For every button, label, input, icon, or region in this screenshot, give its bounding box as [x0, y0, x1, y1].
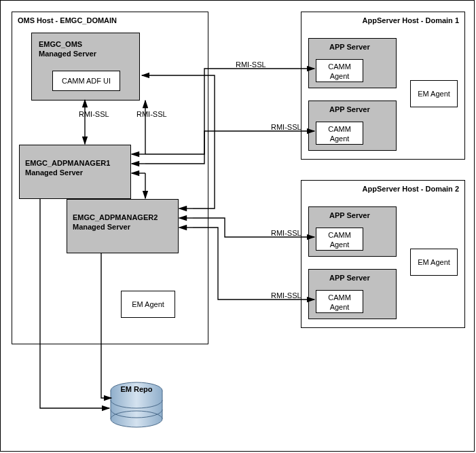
- d1-camm1: CAMM Agent: [316, 59, 363, 82]
- emgc-adp2-title: EMGC_ADPMANAGER2: [73, 213, 158, 221]
- d1-camm2-l1: CAMM: [328, 125, 351, 133]
- diagram-root: OMS Host - EMGC_DOMAIN EMGC_OMS Managed …: [0, 0, 475, 452]
- emgc-adp1-title: EMGC_ADPMANAGER1: [25, 159, 110, 167]
- d2-appserver1-title: APP Server: [329, 211, 370, 219]
- rmi-ssl-1: RMI-SSL: [79, 110, 109, 118]
- rmi-ssl-6: RMI-SSL: [271, 291, 301, 300]
- domain1-title: AppServer Host - Domain 1: [363, 16, 459, 24]
- camm-adf-ui-box: CAMM ADF UI: [52, 71, 120, 91]
- d2-camm1-l2: Agent: [330, 240, 350, 249]
- d1-appserver1: APP Server CAMM Agent: [308, 38, 397, 88]
- emgc-oms-box: EMGC_OMS Managed Server CAMM ADF UI: [31, 33, 140, 101]
- emgc-adp1-box: EMGC_ADPMANAGER1 Managed Server: [19, 145, 131, 199]
- d1-appserver1-title: APP Server: [329, 43, 370, 51]
- d2-appserver1: APP Server CAMM Agent: [308, 206, 397, 257]
- d2-appserver2-title: APP Server: [329, 274, 370, 282]
- em-repo: EM Repo: [109, 381, 164, 429]
- d2-camm2: CAMM Agent: [316, 290, 363, 313]
- d1-appserver2: APP Server CAMM Agent: [308, 101, 397, 151]
- domain1-panel: AppServer Host - Domain 1 APP Server CAM…: [301, 12, 465, 160]
- emgc-oms-title: EMGC_OMS: [39, 40, 82, 48]
- domain2-title: AppServer Host - Domain 2: [363, 185, 459, 193]
- em-repo-label: EM Repo: [109, 385, 164, 393]
- d2-appserver2: APP Server CAMM Agent: [308, 269, 397, 319]
- emgc-adp2-subtitle: Managed Server: [73, 223, 130, 231]
- d1-em-agent-label: EM Agent: [418, 90, 450, 98]
- rmi-ssl-2: RMI-SSL: [136, 110, 167, 118]
- d2-camm1: CAMM Agent: [316, 228, 363, 251]
- d1-appserver2-title: APP Server: [329, 105, 370, 113]
- d2-em-agent: EM Agent: [410, 249, 458, 276]
- d2-em-agent-label: EM Agent: [418, 258, 450, 266]
- d2-camm2-l2: Agent: [330, 303, 350, 311]
- rmi-ssl-5: RMI-SSL: [271, 229, 301, 237]
- d2-camm1-l1: CAMM: [328, 231, 351, 239]
- rmi-ssl-3: RMI-SSL: [236, 60, 266, 69]
- domain2-panel: AppServer Host - Domain 2 APP Server CAM…: [301, 180, 465, 328]
- camm-adf-ui-label: CAMM ADF UI: [62, 77, 111, 85]
- oms-host-panel: OMS Host - EMGC_DOMAIN EMGC_OMS Managed …: [12, 12, 208, 344]
- d1-camm2-l2: Agent: [330, 134, 350, 143]
- svg-point-4: [111, 411, 162, 427]
- d1-camm1-l2: Agent: [330, 72, 350, 80]
- oms-em-agent-label: EM Agent: [132, 300, 164, 308]
- d2-camm2-l1: CAMM: [328, 293, 351, 302]
- oms-em-agent-box: EM Agent: [121, 291, 175, 318]
- emgc-oms-subtitle: Managed Server: [39, 50, 96, 58]
- d1-camm1-l1: CAMM: [328, 62, 351, 71]
- d1-em-agent: EM Agent: [410, 80, 458, 107]
- oms-host-title: OMS Host - EMGC_DOMAIN: [18, 16, 117, 24]
- rmi-ssl-4: RMI-SSL: [271, 123, 301, 131]
- d1-camm2: CAMM Agent: [316, 122, 363, 145]
- emgc-adp1-subtitle: Managed Server: [25, 168, 83, 177]
- emgc-adp2-box: EMGC_ADPMANAGER2 Managed Server: [67, 199, 179, 253]
